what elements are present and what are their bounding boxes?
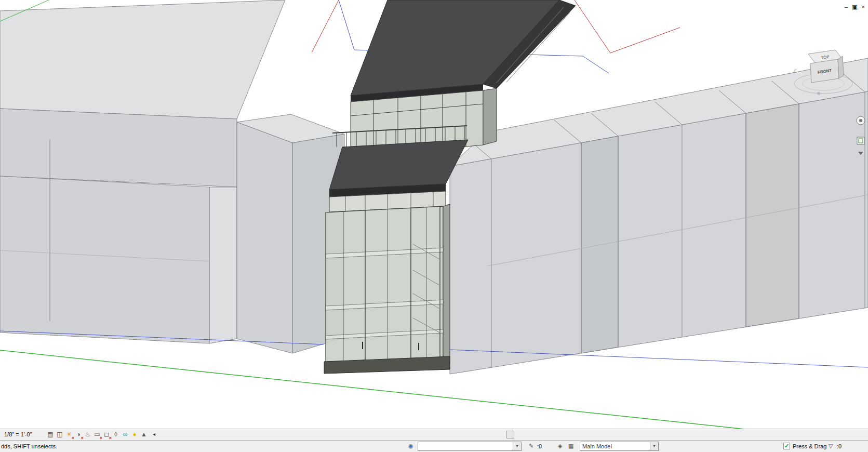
viewcube-side-face[interactable] — [838, 56, 844, 78]
detail-level-icon[interactable]: ▤ — [46, 430, 55, 440]
model-canvas[interactable]: TOP FRONT S E — [0, 0, 868, 429]
minimize-view-icon[interactable]: – — [845, 4, 848, 10]
editing-requests-icon[interactable]: ✎ — [529, 443, 533, 449]
shadows-icon[interactable]: ◑× — [74, 430, 83, 440]
close-view-icon[interactable]: × — [862, 4, 865, 10]
massing-front-face — [237, 122, 292, 353]
show-crop-region-icon[interactable]: ◻× — [102, 430, 111, 440]
view-splitter-handle[interactable] — [506, 431, 514, 438]
view-control-icons: ▤ ◫ ☀× ◑× ♨ ▭× ◻× ◊ ∞ ● ▲ — [46, 430, 149, 440]
view-window-controls: – ▣ × — [845, 4, 865, 10]
design-option-value: Main Model — [580, 442, 650, 450]
steering-wheel-icon[interactable] — [857, 116, 865, 125]
active-design-option-icon[interactable]: ▦ — [568, 443, 573, 449]
massing-side-face — [209, 187, 237, 343]
sun-path-icon[interactable]: ☀× — [64, 430, 74, 440]
visual-style-icon[interactable]: ◫ — [55, 430, 64, 440]
massing-side-face — [581, 136, 618, 353]
design-options-icon[interactable]: ◈ — [558, 443, 562, 449]
rendering-dialog-icon[interactable]: ♨ — [83, 430, 92, 440]
lower-roof — [329, 140, 468, 190]
restore-view-icon[interactable]: ▣ — [852, 4, 857, 10]
chevron-down-icon[interactable]: ▾ — [650, 442, 658, 450]
worksets-icon[interactable]: ◉ — [408, 443, 413, 449]
scale-button[interactable]: 1/8" = 1'-0" — [4, 431, 32, 437]
active-workset-value — [418, 442, 513, 450]
temporary-hide-isolate-icon[interactable]: ∞ — [121, 430, 130, 440]
viewcube-compass-east[interactable]: E — [794, 69, 797, 74]
massing-right-row — [450, 58, 868, 374]
selection-count: :0 — [837, 443, 842, 449]
red-reference-line — [575, 0, 680, 53]
design-option-dropdown[interactable]: Main Model ▾ — [580, 442, 659, 451]
crop-view-icon[interactable]: ▭× — [92, 430, 102, 440]
status-bar: dds, SHIFT unselects. ◉ ▾ ✎ :0 ◈ ▦ Main … — [0, 440, 868, 452]
massing-front-face — [0, 109, 237, 187]
view-control-bar: 1/8" = 1'-0" ▤ ◫ ☀× ◑× ♨ ▭× ◻× ◊ ∞ ● ▲ ◂ — [0, 429, 868, 440]
drawing-area[interactable]: TOP FRONT S E – ▣ × — [0, 0, 868, 429]
zoom-icon[interactable] — [857, 137, 864, 144]
press-drag-label: Press & Drag — [793, 443, 826, 449]
glass-tower-side — [443, 204, 450, 364]
active-workset-dropdown[interactable]: ▾ — [418, 442, 522, 451]
chevron-down-icon[interactable]: ▾ — [513, 442, 521, 450]
reveal-hidden-elements-icon[interactable]: ● — [130, 430, 139, 440]
selection-filter-icon[interactable]: ▽ — [829, 443, 833, 449]
press-drag-checkbox[interactable]: ✓ — [783, 443, 790, 449]
analytical-model-icon[interactable]: ▲ — [139, 430, 149, 440]
unlocked-3d-view-icon[interactable]: ◊ — [111, 430, 121, 440]
massing-left-blocks — [0, 0, 344, 353]
editing-requests-count: :0 — [537, 443, 542, 449]
massing-side-face — [746, 104, 799, 327]
massing-top-face — [0, 0, 285, 119]
upper-glass-return — [483, 88, 497, 145]
collapse-arrow-icon[interactable]: ◂ — [153, 431, 155, 437]
status-hint-text: dds, SHIFT unselects. — [1, 443, 57, 449]
viewcube-compass-south[interactable]: S — [817, 91, 820, 96]
red-reference-line — [312, 0, 339, 52]
